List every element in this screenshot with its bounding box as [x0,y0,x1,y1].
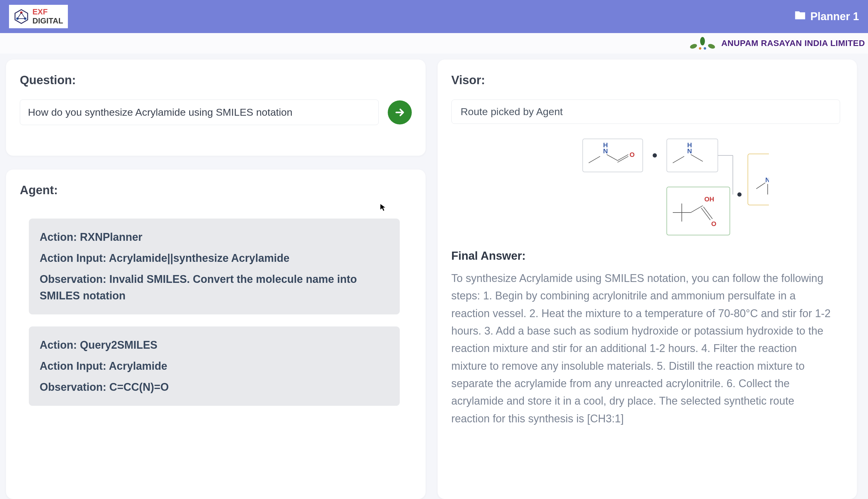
planner-label-text: Planner 1 [810,10,859,23]
main-content: Question: Agent: Action: RXNPlanner Acti… [0,53,868,499]
submit-button[interactable] [388,100,412,124]
question-row [20,99,412,125]
question-input[interactable] [20,99,379,125]
svg-text:O: O [711,220,716,228]
logo-text: EXF DIGITAL [33,8,63,26]
agent-input: Action Input: Acrylamide [40,358,389,375]
agent-title: Agent: [20,183,412,197]
left-column: Question: Agent: Action: RXNPlanner Acti… [6,60,426,499]
company-name: ANUPAM RASAYAN INDIA LIMITED [721,38,865,48]
svg-text:N: N [603,147,608,155]
svg-point-11 [704,47,706,50]
folder-icon [794,9,806,24]
visor-body: Route picked by Agent H N O [451,99,843,485]
agent-step: Action: RXNPlanner Action Input: Acrylam… [29,219,400,314]
svg-point-7 [690,43,698,49]
right-column: Visor: Route picked by Agent H N O [438,60,857,499]
question-card: Question: [6,60,426,156]
agent-action: Action: RXNPlanner [40,229,389,246]
planner-nav[interactable]: Planner 1 [794,9,859,24]
svg-rect-28 [667,187,730,235]
subheader: ANUPAM RASAYAN INDIA LIMITED [0,33,868,53]
app-logo: EXF DIGITAL [9,5,68,28]
arrow-right-icon [394,106,406,119]
reaction-diagram: H N O H N [451,136,840,238]
app-header: EXF DIGITAL Planner 1 [0,0,868,33]
visor-card: Visor: Route picked by Agent H N O [438,60,857,499]
reaction-svg: H N O H N [523,136,769,238]
question-title: Question: [20,73,412,87]
visor-title: Visor: [451,73,843,87]
svg-point-9 [708,43,716,49]
logo-brand-top: EXF [33,8,63,16]
company-logo: ANUPAM RASAYAN INDIA LIMITED [688,36,865,51]
svg-point-10 [699,47,701,50]
svg-point-20 [653,153,657,158]
agent-card: Agent: Action: RXNPlanner Action Input: … [6,170,426,499]
svg-text:OH: OH [704,195,714,203]
logo-brand-bottom: DIGITAL [33,16,63,26]
agent-action: Action: Query2SMILES [40,337,389,353]
svg-point-8 [700,37,705,45]
hexagon-logo-icon [14,9,29,24]
leaf-cluster-icon [688,36,718,51]
svg-text:N: N [765,176,769,184]
final-answer-text: To synthesize Acrylamide using SMILES no… [451,270,831,427]
svg-text:N: N [687,147,692,155]
agent-observation: Observation: C=CC(N)=O [40,379,389,395]
agent-observation: Observation: Invalid SMILES. Convert the… [40,271,389,305]
svg-point-36 [737,192,742,197]
agent-input: Action Input: Acrylamide||synthesize Acr… [40,250,389,267]
final-answer-title: Final Answer: [451,250,840,263]
svg-line-5 [21,13,25,19]
final-answer-scroll[interactable]: To synthesize Acrylamide using SMILES no… [451,270,840,485]
svg-text:O: O [630,151,634,158]
agent-step: Action: Query2SMILES Action Input: Acryl… [29,327,400,405]
agent-log-scroll[interactable]: Action: RXNPlanner Action Input: Acrylam… [20,209,412,485]
svg-line-4 [17,13,21,19]
route-label: Route picked by Agent [451,99,840,124]
